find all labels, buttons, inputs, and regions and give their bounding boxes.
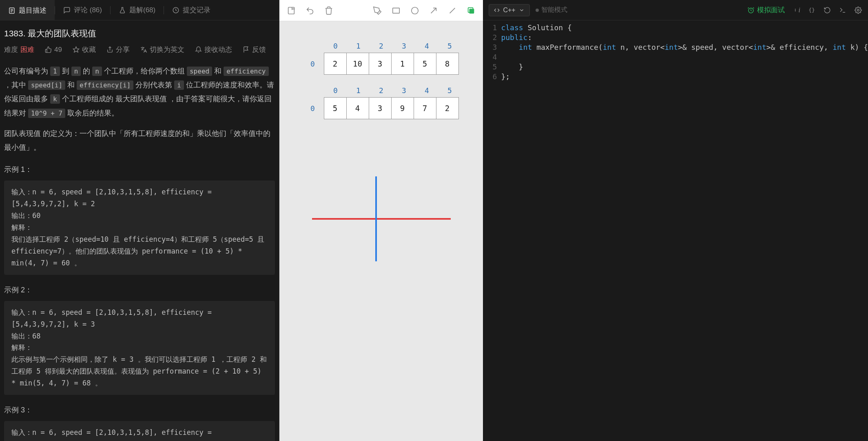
svg-rect-3: [288, 7, 294, 14]
feedback-button[interactable]: 反馈: [243, 45, 266, 54]
favorite-button[interactable]: 收藏: [73, 45, 96, 54]
likes-button[interactable]: 49: [45, 46, 62, 54]
code-chip: 1: [50, 67, 60, 76]
info-icon: [792, 7, 799, 14]
reset-button[interactable]: [823, 6, 831, 14]
code-actions: 模拟面试 i {}: [747, 5, 862, 15]
pen-tool[interactable]: [370, 4, 384, 18]
delete-tool[interactable]: [322, 4, 336, 18]
toggle-lang-label: 切换为英文: [150, 45, 184, 54]
line-tool[interactable]: [445, 4, 459, 18]
tab-solutions-label: 题解(68): [129, 5, 155, 15]
svg-point-11: [857, 9, 859, 11]
desc-para-2: 团队表现值 的定义为：一个团队中「所有工程师速度的和」乘以他们「效率值中的最小值…: [4, 127, 275, 154]
rect-icon: [392, 6, 401, 15]
pen-icon: [373, 6, 382, 15]
problem-content: 1383. 最大的团队表现值 难度 困难 49 收藏 分享 切换为英文: [0, 20, 279, 441]
translate-icon: [140, 46, 147, 53]
likes-count: 49: [54, 46, 62, 54]
array-cell: 7: [414, 97, 436, 119]
terminal-icon: [839, 7, 846, 14]
braces-button[interactable]: {}: [808, 6, 816, 14]
code-editor[interactable]: 123456 class Solution {public: int maxPe…: [483, 20, 868, 441]
toggle-lang-button[interactable]: 切换为英文: [140, 45, 184, 54]
flag-icon: [243, 46, 250, 53]
arrow-tool[interactable]: [427, 4, 441, 18]
share-icon: [106, 46, 113, 53]
tab-discussion-label: 评论 (86): [74, 5, 102, 15]
reset-icon: [824, 7, 831, 14]
code-chip: n: [71, 67, 81, 76]
tab-description[interactable]: 题目描述: [0, 0, 55, 20]
line-icon: [448, 6, 457, 15]
info-button[interactable]: i: [792, 6, 800, 14]
mock-interview-label: 模拟面试: [757, 5, 785, 15]
array-cell: 3: [369, 53, 392, 75]
example-2-body: 输入：n = 6, speed = [2,10,3,1,5,8], effici…: [4, 301, 275, 395]
index-cell: 2: [370, 86, 393, 95]
array-cell: 4: [346, 97, 369, 119]
example-1-body: 输入：n = 6, speed = [2,10,3,1,5,8], effici…: [4, 180, 275, 274]
problem-title: 1383. 最大的团队表现值: [4, 28, 275, 39]
example-1-title: 示例 1：: [4, 163, 275, 176]
comment-icon: [63, 7, 71, 14]
undo-tool[interactable]: [303, 4, 317, 18]
array-cell: 2: [324, 53, 347, 75]
index-cell: 4: [416, 42, 438, 50]
smart-mode-label: 智能模式: [541, 6, 567, 14]
example-3-title: 示例 3：: [4, 403, 275, 417]
share-button[interactable]: 分享: [106, 45, 130, 54]
settings-button[interactable]: [854, 6, 862, 14]
example-3-body: 输入：n = 6, speed = [2,10,3,1,5,8], effici…: [4, 421, 275, 441]
tab-discussion[interactable]: 评论 (86): [55, 0, 110, 20]
array-cell: 3: [369, 97, 392, 119]
desc-para-1: 公司有编号为 1 到 n 的 n 个工程师，给你两个数组 speed 和 eff…: [4, 64, 275, 120]
line-gutter: 123456: [483, 23, 501, 441]
rect-tool[interactable]: [389, 4, 403, 18]
array-cell: 8: [436, 53, 459, 75]
code-chip: efficiency[i]: [77, 80, 133, 90]
difficulty-value: 困难: [20, 45, 34, 54]
svg-marker-2: [73, 47, 79, 52]
drawn-line-horizontal: [312, 218, 451, 220]
arrow-icon: [429, 6, 438, 15]
flask-icon: [119, 7, 126, 14]
drawn-line-vertical: [375, 176, 377, 261]
drawing-canvas[interactable]: 0 1 2 3 4 5 0 2 10 3 1 5 8 0 1 2: [279, 21, 483, 441]
smart-mode-indicator[interactable]: 智能模式: [536, 6, 567, 14]
array-cell: 1: [391, 53, 414, 75]
array-cell: 9: [391, 97, 414, 119]
circle-tool[interactable]: [408, 4, 422, 18]
code-chip: speed: [187, 67, 212, 76]
feedback-label: 反馈: [252, 45, 266, 54]
code-toolbar: C++ 智能模式 模拟面试 i {}: [483, 0, 868, 20]
share-label: 分享: [116, 45, 130, 54]
note-tool[interactable]: [284, 4, 298, 18]
index-row: 0 1 2 3 4 5: [301, 42, 461, 50]
index-cell: 0: [324, 86, 347, 95]
drawing-panel: 0 1 2 3 4 5 0 2 10 3 1 5 8 0 1 2: [279, 0, 483, 441]
description-icon: [8, 7, 16, 14]
tab-submissions[interactable]: 提交记录: [164, 0, 219, 20]
code-lines: class Solution {public: int maxPerforman…: [501, 23, 868, 441]
thumbs-up-icon: [45, 46, 52, 53]
language-select[interactable]: C++: [489, 4, 529, 16]
svg-point-5: [412, 7, 418, 14]
array-cell: 10: [346, 53, 369, 75]
undo-icon: [306, 6, 314, 15]
language-label: C++: [503, 7, 515, 14]
array-cell: 5: [414, 53, 436, 75]
layers-icon: [467, 6, 476, 15]
index-row: 0 1 2 3 4 5: [301, 86, 461, 95]
favorite-label: 收藏: [82, 45, 96, 54]
array-board: 0 1 2 3 4 5 0 2 10 3 1 5 8 0 1 2: [301, 42, 461, 122]
tab-solutions[interactable]: 题解(68): [111, 0, 164, 20]
notify-button[interactable]: 接收动态: [195, 45, 232, 54]
terminal-button[interactable]: [839, 6, 847, 14]
index-cell: 2: [370, 42, 393, 50]
array-cell: 5: [324, 97, 347, 119]
code-chip: k: [50, 94, 60, 104]
index-cell: 5: [438, 42, 461, 50]
mock-interview-button[interactable]: 模拟面试: [747, 5, 785, 15]
layers-tool[interactable]: [464, 4, 478, 18]
